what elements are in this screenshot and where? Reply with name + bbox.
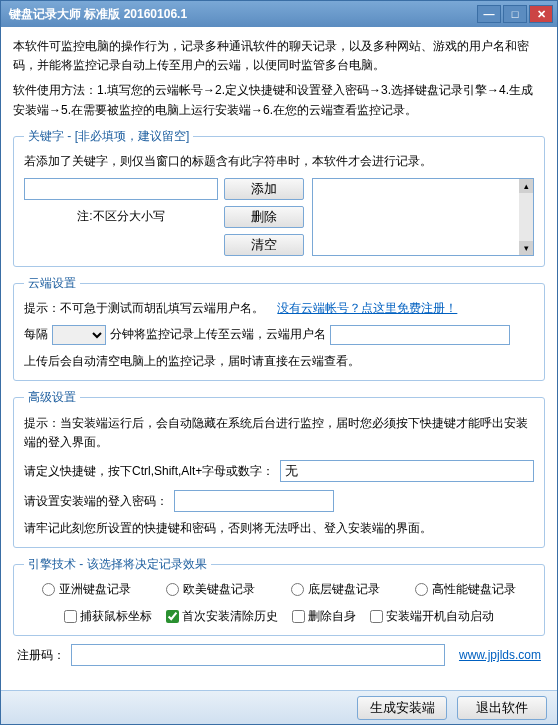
keyword-group: 关键字 - [非必填项，建议留空] 若添加了关键字，则仅当窗口的标题含有此字符串…: [13, 128, 545, 267]
hotkey-label: 请定义快捷键，按下Ctrl,Shift,Alt+字母或数字：: [24, 463, 274, 480]
maximize-button[interactable]: □: [503, 5, 527, 23]
password-label: 请设置安装端的登入密码：: [24, 493, 168, 510]
check-option-1[interactable]: 首次安装清除历史: [166, 608, 278, 625]
engine-option-0[interactable]: 亚洲键盘记录: [42, 581, 131, 598]
advanced-legend: 高级设置: [24, 389, 80, 406]
password-input[interactable]: [174, 490, 334, 512]
intro-text: 本软件可监控电脑的操作行为，记录多种通讯软件的聊天记录，以及多种网站、游戏的用户…: [13, 37, 545, 75]
advanced-hint: 提示：当安装端运行后，会自动隐藏在系统后台进行监控，届时您必须按下快捷键才能呼出…: [24, 414, 534, 452]
check-box[interactable]: [292, 610, 305, 623]
keyword-legend: 关键字 - [非必填项，建议留空]: [24, 128, 193, 145]
keyword-list[interactable]: ▴▾: [312, 178, 534, 256]
website-link[interactable]: www.jpjlds.com: [459, 648, 541, 662]
cloud-username-input[interactable]: [330, 325, 510, 345]
reg-label: 注册码：: [17, 647, 65, 664]
engine-radio[interactable]: [166, 583, 179, 596]
hotkey-input[interactable]: [280, 460, 534, 482]
interval-select[interactable]: [52, 325, 106, 345]
usage-text: 软件使用方法：1.填写您的云端帐号→2.定义快捷键和设置登入密码→3.选择键盘记…: [13, 81, 545, 119]
check-option-3[interactable]: 安装端开机自动启动: [370, 608, 494, 625]
check-box[interactable]: [370, 610, 383, 623]
exit-button[interactable]: 退出软件: [457, 696, 547, 720]
cloud-hint-text: 提示：不可急于测试而胡乱填写云端用户名。: [24, 301, 264, 315]
minimize-button[interactable]: ―: [477, 5, 501, 23]
keyword-note: 注:不区分大小写: [24, 208, 218, 225]
engine-radio[interactable]: [42, 583, 55, 596]
window-title: 键盘记录大师 标准版 20160106.1: [9, 6, 475, 23]
cloud-legend: 云端设置: [24, 275, 80, 292]
upload-note: 上传后会自动清空电脑上的监控记录，届时请直接在云端查看。: [24, 353, 534, 370]
add-button[interactable]: 添加: [224, 178, 304, 200]
interval-prefix: 每隔: [24, 326, 48, 343]
check-box[interactable]: [166, 610, 179, 623]
engine-radio[interactable]: [291, 583, 304, 596]
remember-note: 请牢记此刻您所设置的快捷键和密码，否则将无法呼出、登入安装端的界面。: [24, 520, 534, 537]
titlebar: 键盘记录大师 标准版 20160106.1 ― □ ✕: [1, 1, 557, 27]
engine-legend: 引擎技术 - 该选择将决定记录效果: [24, 556, 211, 573]
advanced-group: 高级设置 提示：当安装端运行后，会自动隐藏在系统后台进行监控，届时您必须按下快捷…: [13, 389, 545, 548]
reg-input[interactable]: [71, 644, 445, 666]
check-box[interactable]: [64, 610, 77, 623]
cloud-group: 云端设置 提示：不可急于测试而胡乱填写云端用户名。 没有云端帐号？点这里免费注册…: [13, 275, 545, 381]
interval-suffix: 分钟将监控记录上传至云端，云端用户名: [110, 326, 326, 343]
close-button[interactable]: ✕: [529, 5, 553, 23]
engine-radio[interactable]: [415, 583, 428, 596]
engine-option-2[interactable]: 底层键盘记录: [291, 581, 380, 598]
keyword-hint: 若添加了关键字，则仅当窗口的标题含有此字符串时，本软件才会进行记录。: [24, 153, 534, 170]
engine-option-1[interactable]: 欧美键盘记录: [166, 581, 255, 598]
check-option-0[interactable]: 捕获鼠标坐标: [64, 608, 152, 625]
keyword-input[interactable]: [24, 178, 218, 200]
engine-group: 引擎技术 - 该选择将决定记录效果 亚洲键盘记录欧美键盘记录底层键盘记录高性能键…: [13, 556, 545, 636]
build-button[interactable]: 生成安装端: [357, 696, 447, 720]
check-option-2[interactable]: 删除自身: [292, 608, 356, 625]
engine-option-3[interactable]: 高性能键盘记录: [415, 581, 516, 598]
scrollbar[interactable]: ▴▾: [519, 179, 533, 255]
delete-button[interactable]: 删除: [224, 206, 304, 228]
register-link[interactable]: 没有云端帐号？点这里免费注册！: [277, 301, 457, 315]
footer: 生成安装端 退出软件: [1, 690, 557, 724]
clear-button[interactable]: 清空: [224, 234, 304, 256]
